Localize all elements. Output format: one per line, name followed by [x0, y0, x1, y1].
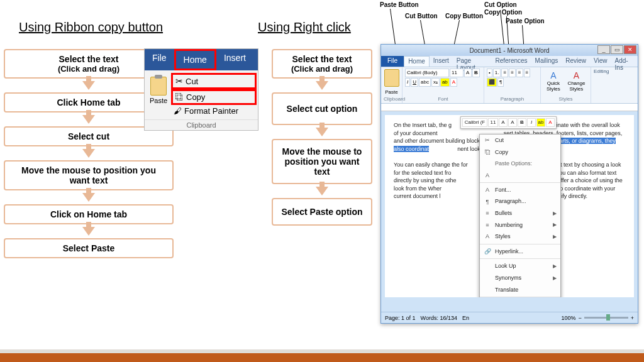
zoom-in-button[interactable]: + — [631, 315, 634, 321]
context-menu-item[interactable]: ≡Numbering▶ — [480, 219, 560, 231]
clipboard-icon — [150, 77, 167, 96]
format-painter-button[interactable]: 🖌Format Painter — [171, 105, 257, 117]
ribbon-tabs: File Home Insert — [145, 49, 258, 70]
mid-steps-column: Select the text (Click and drag) Select … — [272, 49, 372, 228]
font-name-select[interactable]: Calibri (Body) — [405, 69, 449, 77]
italic-button[interactable]: I — [405, 78, 410, 87]
cut-label: Cut — [186, 77, 198, 86]
grow-font-button[interactable]: A — [464, 69, 472, 77]
font-color-button[interactable]: A — [450, 78, 457, 87]
mini-highlight[interactable]: ab — [536, 118, 545, 127]
ctx-icon — [484, 263, 491, 270]
copy-button[interactable]: ⿻Copy — [171, 89, 257, 105]
mini-toolbar: Calibri (F 11 A A B I ab A — [460, 116, 557, 129]
font-size-select[interactable]: 11 — [450, 69, 464, 77]
mini-italic[interactable]: I — [527, 118, 536, 127]
ctx-label: Hyperlink... — [495, 248, 523, 256]
maximize-button[interactable]: ▭ — [611, 45, 623, 54]
ctx-label: Synonyms — [495, 274, 521, 282]
callout-labels: Paste Button Cut Button Copy Button Cut … — [377, 1, 641, 45]
mini-shrink-font[interactable]: A — [508, 118, 517, 127]
copy-icon: ⿻ — [175, 92, 184, 102]
ctx-icon: A — [484, 233, 491, 240]
arrow-down-icon — [82, 149, 95, 158]
bullets-button[interactable]: • — [487, 69, 492, 77]
chevron-right-icon: ▶ — [553, 210, 557, 217]
tab-file[interactable]: File — [145, 49, 174, 70]
callout-paste-option: Paste Option — [506, 18, 545, 25]
titlebar: Document1 - Microsoft Word _ ▭ ✕ — [381, 45, 638, 56]
cut-button[interactable]: ✂Cut — [171, 73, 257, 89]
tab-view[interactable]: View — [590, 56, 611, 67]
copy-label: Copy — [186, 92, 205, 102]
step-box: Move the mouse to position you want text — [272, 139, 372, 184]
status-words: Words: 16/134 — [421, 315, 457, 321]
paste-label: Paste — [384, 89, 399, 95]
context-menu-item[interactable]: A — [480, 170, 560, 181]
mini-font-name[interactable]: Calibri (F — [462, 118, 487, 127]
paste-button[interactable]: Paste — [146, 73, 171, 117]
change-styles-button[interactable]: AChange Styles — [565, 70, 588, 92]
paste-label: Paste — [148, 97, 169, 104]
context-menu-item[interactable]: Translate — [480, 284, 560, 296]
tab-file[interactable]: File — [381, 56, 404, 67]
tab-references[interactable]: References — [491, 56, 531, 67]
tab-home[interactable]: Home — [404, 56, 430, 67]
arrow-down-icon — [82, 227, 95, 236]
arrow-down-icon — [82, 193, 95, 202]
zoom-slider[interactable] — [584, 317, 628, 319]
bold-button[interactable]: B — [472, 69, 480, 77]
tab-review[interactable]: Review — [562, 56, 590, 67]
tab-home[interactable]: Home — [174, 49, 216, 70]
mini-font-size[interactable]: 11 — [488, 118, 498, 127]
context-menu-item[interactable]: AFont... — [480, 184, 560, 196]
align-center-button[interactable]: ≡ — [524, 69, 531, 77]
context-menu-item[interactable]: ⿻Copy — [480, 146, 560, 158]
underline-button[interactable]: U — [411, 78, 418, 87]
brush-icon: 🖌 — [174, 106, 182, 116]
shading-button[interactable]: ⬛ — [487, 78, 497, 87]
indent-inc-button[interactable]: ≡ — [509, 69, 516, 77]
context-menu-item[interactable]: 🔗Hyperlink... — [480, 246, 560, 258]
quick-styles-button[interactable]: AQuick Styles — [543, 70, 564, 92]
format-painter-label: Format Painter — [184, 106, 238, 116]
context-menu-item[interactable]: ✂Cut — [480, 134, 560, 146]
tab-insert[interactable]: Insert — [430, 56, 453, 67]
context-menu: ✂Cut⿻CopyPaste Options:AAFont...¶Paragra… — [479, 134, 561, 297]
highlight-button[interactable]: ab — [440, 78, 450, 87]
tab-insert[interactable]: Insert — [216, 49, 253, 70]
ctx-icon: A — [484, 186, 491, 194]
tab-mailings[interactable]: Mailings — [531, 56, 562, 67]
paste-button[interactable] — [384, 69, 399, 87]
callout-copy-button: Copy Button — [445, 13, 483, 19]
context-menu-item[interactable]: ¶Paragraph... — [480, 195, 560, 207]
tab-addins[interactable]: Add-Ins — [611, 56, 638, 67]
indent-dec-button[interactable]: ≡ — [501, 69, 508, 77]
context-menu-item[interactable]: Look Up▶ — [480, 260, 560, 272]
mini-grow-font[interactable]: A — [499, 118, 508, 127]
ctx-icon — [484, 274, 491, 282]
ctx-icon: 🔗 — [484, 248, 491, 255]
step-box: Select Paste option — [272, 198, 372, 226]
callout-cut-option: Cut Option — [484, 1, 517, 8]
scissors-icon: ✂ — [175, 76, 183, 86]
subscript-button[interactable]: x₂ — [431, 78, 440, 87]
document-area[interactable]: On the Insert tab, the g _______________… — [385, 115, 634, 297]
context-menu-item[interactable]: AStyles▶ — [480, 231, 560, 243]
close-button[interactable]: ✕ — [624, 45, 636, 54]
strike-button[interactable]: abc — [419, 78, 431, 87]
minimize-button[interactable]: _ — [597, 45, 610, 54]
ctx-icon: ≡ — [484, 209, 491, 217]
tab-page-layout[interactable]: Page Layout — [453, 56, 492, 67]
ctx-label: Styles — [495, 233, 511, 241]
context-menu-item[interactable]: Synonyms▶ — [480, 272, 560, 284]
mini-bold[interactable]: B — [518, 118, 526, 127]
editing-button[interactable]: Editing — [594, 69, 614, 74]
show-marks-button[interactable]: ¶ — [497, 78, 504, 87]
context-menu-item[interactable]: ≡Bullets▶ — [480, 207, 560, 219]
mini-font-color[interactable]: A — [546, 118, 555, 127]
doc-text: On the Insert tab, the g — [394, 122, 452, 128]
zoom-out-button[interactable]: − — [578, 315, 581, 321]
numbering-button[interactable]: 1. — [493, 69, 501, 77]
align-left-button[interactable]: ≡ — [516, 69, 523, 77]
